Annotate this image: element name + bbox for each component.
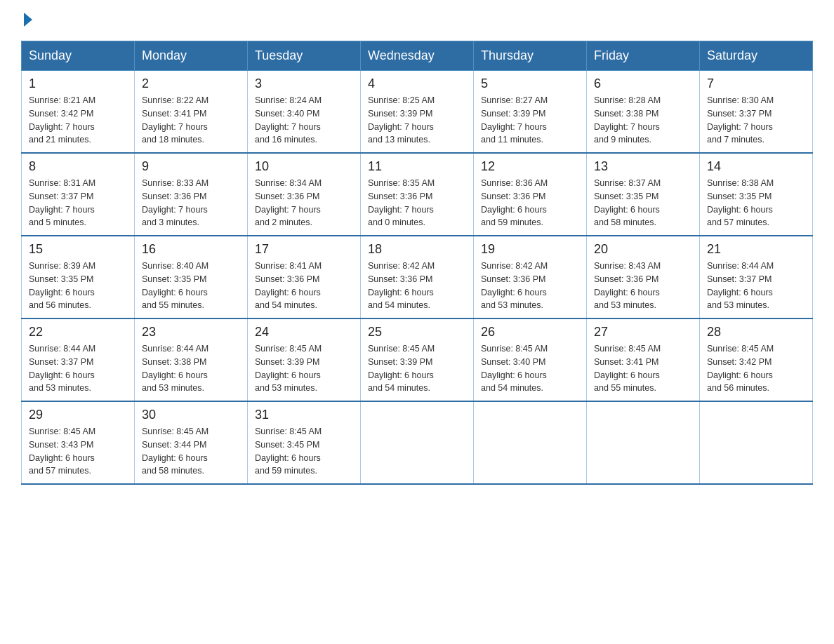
day-info: Sunrise: 8:38 AM Sunset: 3:35 PM Dayligh… <box>707 177 805 229</box>
day-number: 2 <box>142 76 240 91</box>
calendar-cell <box>587 401 700 484</box>
calendar-cell: 7 Sunrise: 8:30 AM Sunset: 3:37 PM Dayli… <box>700 71 813 154</box>
calendar-week-3: 15 Sunrise: 8:39 AM Sunset: 3:35 PM Dayl… <box>22 236 813 318</box>
day-info: Sunrise: 8:39 AM Sunset: 3:35 PM Dayligh… <box>29 260 127 312</box>
day-number: 29 <box>29 408 127 422</box>
calendar-cell: 17 Sunrise: 8:41 AM Sunset: 3:36 PM Dayl… <box>248 236 361 318</box>
day-info: Sunrise: 8:21 AM Sunset: 3:42 PM Dayligh… <box>29 94 127 147</box>
calendar-table: SundayMondayTuesdayWednesdayThursdayFrid… <box>21 41 813 485</box>
day-info: Sunrise: 8:45 AM Sunset: 3:41 PM Dayligh… <box>594 342 692 395</box>
day-number: 7 <box>707 76 805 91</box>
calendar-cell: 22 Sunrise: 8:44 AM Sunset: 3:37 PM Dayl… <box>22 318 135 401</box>
calendar-cell: 19 Sunrise: 8:42 AM Sunset: 3:36 PM Dayl… <box>474 236 587 318</box>
weekday-header-wednesday: Wednesday <box>361 41 474 71</box>
day-number: 1 <box>29 76 127 91</box>
calendar-cell: 30 Sunrise: 8:45 AM Sunset: 3:44 PM Dayl… <box>135 401 248 484</box>
calendar-cell: 27 Sunrise: 8:45 AM Sunset: 3:41 PM Dayl… <box>587 318 700 401</box>
calendar-cell: 9 Sunrise: 8:33 AM Sunset: 3:36 PM Dayli… <box>135 153 248 236</box>
calendar-cell: 26 Sunrise: 8:45 AM Sunset: 3:40 PM Dayl… <box>474 318 587 401</box>
day-number: 25 <box>368 325 466 340</box>
day-info: Sunrise: 8:30 AM Sunset: 3:37 PM Dayligh… <box>707 94 805 147</box>
day-number: 8 <box>29 159 127 174</box>
day-number: 27 <box>594 325 692 340</box>
day-number: 21 <box>707 242 805 257</box>
weekday-header-monday: Monday <box>135 41 248 71</box>
day-number: 31 <box>255 408 353 422</box>
calendar-cell: 1 Sunrise: 8:21 AM Sunset: 3:42 PM Dayli… <box>22 71 135 154</box>
calendar-cell: 4 Sunrise: 8:25 AM Sunset: 3:39 PM Dayli… <box>361 71 474 154</box>
day-number: 30 <box>142 408 240 422</box>
day-info: Sunrise: 8:45 AM Sunset: 3:42 PM Dayligh… <box>707 342 805 395</box>
day-info: Sunrise: 8:45 AM Sunset: 3:45 PM Dayligh… <box>255 425 353 478</box>
calendar-cell: 12 Sunrise: 8:36 AM Sunset: 3:36 PM Dayl… <box>474 153 587 236</box>
day-info: Sunrise: 8:42 AM Sunset: 3:36 PM Dayligh… <box>368 260 466 312</box>
day-number: 10 <box>255 159 353 174</box>
weekday-header-saturday: Saturday <box>700 41 813 71</box>
day-number: 3 <box>255 76 353 91</box>
calendar-cell: 11 Sunrise: 8:35 AM Sunset: 3:36 PM Dayl… <box>361 153 474 236</box>
day-number: 13 <box>594 159 692 174</box>
calendar-cell: 31 Sunrise: 8:45 AM Sunset: 3:45 PM Dayl… <box>248 401 361 484</box>
day-info: Sunrise: 8:45 AM Sunset: 3:44 PM Dayligh… <box>142 425 240 478</box>
day-number: 9 <box>142 159 240 174</box>
calendar-cell: 28 Sunrise: 8:45 AM Sunset: 3:42 PM Dayl… <box>700 318 813 401</box>
calendar-cell: 10 Sunrise: 8:34 AM Sunset: 3:36 PM Dayl… <box>248 153 361 236</box>
calendar-cell: 6 Sunrise: 8:28 AM Sunset: 3:38 PM Dayli… <box>587 71 700 154</box>
day-info: Sunrise: 8:44 AM Sunset: 3:37 PM Dayligh… <box>29 342 127 395</box>
day-number: 16 <box>142 242 240 257</box>
day-info: Sunrise: 8:41 AM Sunset: 3:36 PM Dayligh… <box>255 260 353 312</box>
calendar-cell: 14 Sunrise: 8:38 AM Sunset: 3:35 PM Dayl… <box>700 153 813 236</box>
calendar-cell: 13 Sunrise: 8:37 AM Sunset: 3:35 PM Dayl… <box>587 153 700 236</box>
day-info: Sunrise: 8:27 AM Sunset: 3:39 PM Dayligh… <box>481 94 579 147</box>
day-info: Sunrise: 8:22 AM Sunset: 3:41 PM Dayligh… <box>142 94 240 147</box>
day-info: Sunrise: 8:43 AM Sunset: 3:36 PM Dayligh… <box>594 260 692 312</box>
day-info: Sunrise: 8:45 AM Sunset: 3:40 PM Dayligh… <box>481 342 579 395</box>
weekday-header-friday: Friday <box>587 41 700 71</box>
calendar-cell: 8 Sunrise: 8:31 AM Sunset: 3:37 PM Dayli… <box>22 153 135 236</box>
weekday-header-tuesday: Tuesday <box>248 41 361 71</box>
calendar-week-1: 1 Sunrise: 8:21 AM Sunset: 3:42 PM Dayli… <box>22 71 813 154</box>
weekday-header-thursday: Thursday <box>474 41 587 71</box>
calendar-cell: 23 Sunrise: 8:44 AM Sunset: 3:38 PM Dayl… <box>135 318 248 401</box>
day-number: 23 <box>142 325 240 340</box>
day-info: Sunrise: 8:44 AM Sunset: 3:37 PM Dayligh… <box>707 260 805 312</box>
calendar-cell: 29 Sunrise: 8:45 AM Sunset: 3:43 PM Dayl… <box>22 401 135 484</box>
day-info: Sunrise: 8:34 AM Sunset: 3:36 PM Dayligh… <box>255 177 353 229</box>
page-header <box>21 14 813 28</box>
weekday-header-sunday: Sunday <box>22 41 135 71</box>
day-number: 24 <box>255 325 353 340</box>
day-number: 14 <box>707 159 805 174</box>
day-number: 28 <box>707 325 805 340</box>
day-number: 26 <box>481 325 579 340</box>
day-info: Sunrise: 8:28 AM Sunset: 3:38 PM Dayligh… <box>594 94 692 147</box>
calendar-week-4: 22 Sunrise: 8:44 AM Sunset: 3:37 PM Dayl… <box>22 318 813 401</box>
day-number: 19 <box>481 242 579 257</box>
day-number: 22 <box>29 325 127 340</box>
day-number: 15 <box>29 242 127 257</box>
day-number: 11 <box>368 159 466 174</box>
calendar-cell: 18 Sunrise: 8:42 AM Sunset: 3:36 PM Dayl… <box>361 236 474 318</box>
calendar-cell: 2 Sunrise: 8:22 AM Sunset: 3:41 PM Dayli… <box>135 71 248 154</box>
day-info: Sunrise: 8:31 AM Sunset: 3:37 PM Dayligh… <box>29 177 127 229</box>
day-info: Sunrise: 8:36 AM Sunset: 3:36 PM Dayligh… <box>481 177 579 229</box>
calendar-cell: 21 Sunrise: 8:44 AM Sunset: 3:37 PM Dayl… <box>700 236 813 318</box>
calendar-week-2: 8 Sunrise: 8:31 AM Sunset: 3:37 PM Dayli… <box>22 153 813 236</box>
logo-triangle-icon <box>24 13 32 27</box>
calendar-cell: 15 Sunrise: 8:39 AM Sunset: 3:35 PM Dayl… <box>22 236 135 318</box>
calendar-cell <box>361 401 474 484</box>
day-number: 17 <box>255 242 353 257</box>
calendar-cell: 5 Sunrise: 8:27 AM Sunset: 3:39 PM Dayli… <box>474 71 587 154</box>
day-info: Sunrise: 8:24 AM Sunset: 3:40 PM Dayligh… <box>255 94 353 147</box>
logo-blue-text <box>21 14 32 28</box>
day-info: Sunrise: 8:25 AM Sunset: 3:39 PM Dayligh… <box>368 94 466 147</box>
day-number: 6 <box>594 76 692 91</box>
calendar-cell: 24 Sunrise: 8:45 AM Sunset: 3:39 PM Dayl… <box>248 318 361 401</box>
calendar-cell: 20 Sunrise: 8:43 AM Sunset: 3:36 PM Dayl… <box>587 236 700 318</box>
calendar-cell: 3 Sunrise: 8:24 AM Sunset: 3:40 PM Dayli… <box>248 71 361 154</box>
calendar-cell: 25 Sunrise: 8:45 AM Sunset: 3:39 PM Dayl… <box>361 318 474 401</box>
calendar-cell <box>474 401 587 484</box>
calendar-cell: 16 Sunrise: 8:40 AM Sunset: 3:35 PM Dayl… <box>135 236 248 318</box>
day-number: 20 <box>594 242 692 257</box>
day-number: 18 <box>368 242 466 257</box>
day-info: Sunrise: 8:44 AM Sunset: 3:38 PM Dayligh… <box>142 342 240 395</box>
